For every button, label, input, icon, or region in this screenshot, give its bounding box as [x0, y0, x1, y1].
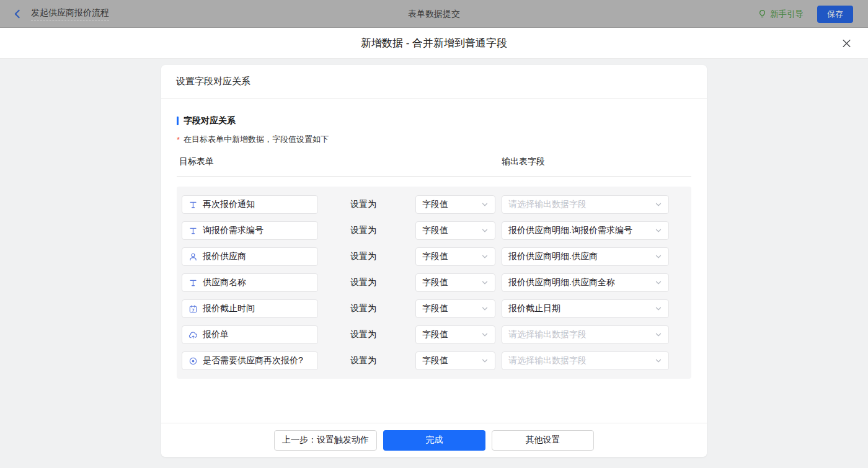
field-mapping-row: 报价供应商 设置为 字段值 报价供应商明细.供应商 [182, 247, 686, 266]
output-field-select[interactable]: 报价供应商明细.询报价需求编号 [502, 221, 669, 240]
beginner-guide-label: 新手引导 [770, 9, 804, 20]
topbar-title: 表单数据提交 [0, 9, 868, 20]
output-field-select[interactable]: 请选择输出数据字段 [502, 195, 669, 214]
value-type-select[interactable]: 字段值 [415, 247, 495, 266]
section-description: 在目标表单中新增数据，字段值设置如下 [184, 134, 329, 145]
target-field[interactable]: 询报价需求编号 [182, 221, 318, 240]
section-title: 字段对应关系 [184, 115, 236, 126]
chevron-down-icon [655, 253, 662, 260]
beginner-guide-link[interactable]: 新手引导 [758, 9, 804, 20]
output-field-value: 请选择输出数据字段 [508, 329, 587, 340]
target-field-label: 询报价需求编号 [203, 225, 264, 236]
value-type-value: 字段值 [422, 277, 448, 288]
value-type-value: 字段值 [422, 199, 448, 210]
value-type-select[interactable]: 字段值 [415, 325, 495, 344]
output-field-select[interactable]: 请选择输出数据字段 [502, 325, 669, 344]
chevron-down-icon [655, 305, 662, 312]
set-as-label: 设置为 [350, 355, 376, 366]
output-field-value: 请选择输出数据字段 [508, 355, 587, 366]
other-settings-button[interactable]: 其他设置 [492, 430, 594, 451]
card-footer: 上一步：设置触发动作 完成 其他设置 [161, 423, 707, 457]
chevron-down-icon [655, 357, 662, 364]
value-type-value: 字段值 [422, 329, 448, 340]
column-header-output-field: 输出表字段 [502, 156, 545, 167]
chevron-down-icon [481, 201, 489, 208]
modal-body: 设置字段对应关系 字段对应关系 * 在目标表单中新增数据，字段值设置如下 目标表… [0, 59, 868, 468]
value-type-value: 字段值 [422, 251, 448, 262]
target-field-label: 供应商名称 [203, 277, 246, 288]
target-field[interactable]: 报价供应商 [182, 247, 318, 266]
cloud-upload-icon [188, 330, 198, 340]
set-as-label: 设置为 [350, 251, 376, 262]
back-button[interactable] [12, 9, 23, 19]
flow-name[interactable]: 发起供应商报价流程 [31, 7, 109, 21]
target-field-label: 报价截止时间 [203, 303, 255, 314]
target-field-label: 是否需要供应商再次报价? [203, 355, 303, 366]
previous-step-button[interactable]: 上一步：设置触发动作 [274, 430, 377, 451]
value-type-value: 字段值 [422, 303, 448, 314]
field-mapping-row: 供应商名称 设置为 字段值 报价供应商明细.供应商全称 [182, 273, 686, 292]
done-button[interactable]: 完成 [383, 430, 485, 451]
chevron-down-icon [481, 331, 489, 338]
value-type-value: 字段值 [422, 355, 448, 366]
card-header-title: 设置字段对应关系 [161, 65, 707, 99]
settings-card: 设置字段对应关系 字段对应关系 * 在目标表单中新增数据，字段值设置如下 目标表… [161, 65, 707, 457]
radio-icon [188, 356, 198, 366]
value-type-select[interactable]: 字段值 [415, 195, 495, 214]
target-field[interactable]: 是否需要供应商再次报价? [182, 351, 318, 370]
chevron-down-icon [481, 253, 489, 260]
target-field[interactable]: 供应商名称 [182, 273, 318, 292]
value-type-select[interactable]: 字段值 [415, 299, 495, 318]
chevron-down-icon [655, 227, 662, 234]
set-as-label: 设置为 [350, 199, 376, 210]
value-type-select[interactable]: 字段值 [415, 351, 495, 370]
close-icon[interactable] [841, 38, 852, 48]
target-field-label: 报价单 [203, 329, 229, 340]
column-headers: 目标表单 输出表字段 [177, 156, 691, 177]
calendar-icon [188, 304, 198, 314]
person-icon [188, 252, 198, 262]
modal-title: 新增数据 - 合并新增到普通字段 [361, 36, 507, 50]
value-type-select[interactable]: 字段值 [415, 273, 495, 292]
column-header-target-form: 目标表单 [179, 156, 214, 166]
topbar: 发起供应商报价流程 表单数据提交 新手引导 保存 [0, 0, 868, 28]
text-field-icon [188, 226, 198, 236]
modal-header: 新增数据 - 合并新增到普通字段 [0, 28, 868, 59]
lightbulb-icon [758, 9, 767, 19]
output-field-value: 报价供应商明细.供应商 [508, 251, 598, 262]
chevron-down-icon [481, 279, 489, 286]
output-field-value: 报价供应商明细.供应商全称 [508, 277, 615, 288]
output-field-select[interactable]: 报价供应商明细.供应商 [502, 247, 669, 266]
field-mapping-row: 报价单 设置为 字段值 请选择输出数据字段 [182, 325, 686, 344]
target-field-label: 再次报价通知 [203, 199, 255, 210]
target-field[interactable]: 再次报价通知 [182, 195, 318, 214]
output-field-select[interactable]: 报价供应商明细.供应商全称 [502, 273, 669, 292]
set-as-label: 设置为 [350, 225, 376, 236]
chevron-down-icon [655, 201, 662, 208]
set-as-label: 设置为 [350, 329, 376, 340]
section-accent-bar [177, 117, 179, 125]
chevron-down-icon [655, 279, 662, 286]
text-field-icon [188, 200, 198, 210]
set-as-label: 设置为 [350, 303, 376, 314]
target-field[interactable]: 报价单 [182, 325, 318, 344]
text-field-icon [188, 278, 198, 288]
target-field[interactable]: 报价截止时间 [182, 299, 318, 318]
save-button[interactable]: 保存 [817, 6, 853, 23]
chevron-down-icon [481, 357, 489, 364]
chevron-down-icon [481, 227, 489, 234]
output-field-select[interactable]: 报价截止日期 [502, 299, 669, 318]
chevron-down-icon [655, 331, 662, 338]
output-field-value: 请选择输出数据字段 [508, 199, 587, 210]
output-field-value: 报价供应商明细.询报价需求编号 [508, 225, 632, 236]
field-mapping-row: 询报价需求编号 设置为 字段值 报价供应商明细.询报价需求编号 [182, 221, 686, 240]
output-field-value: 报价截止日期 [508, 303, 560, 314]
field-mapping-panel: 再次报价通知 设置为 字段值 请选择输出数据字段 询报价需求编号 设置 [177, 187, 691, 379]
output-field-select[interactable]: 请选择输出数据字段 [502, 351, 669, 370]
target-field-label: 报价供应商 [203, 251, 246, 262]
value-type-value: 字段值 [422, 225, 448, 236]
required-asterisk: * [177, 135, 180, 144]
field-mapping-row: 再次报价通知 设置为 字段值 请选择输出数据字段 [182, 195, 686, 214]
chevron-down-icon [481, 305, 489, 312]
value-type-select[interactable]: 字段值 [415, 221, 495, 240]
